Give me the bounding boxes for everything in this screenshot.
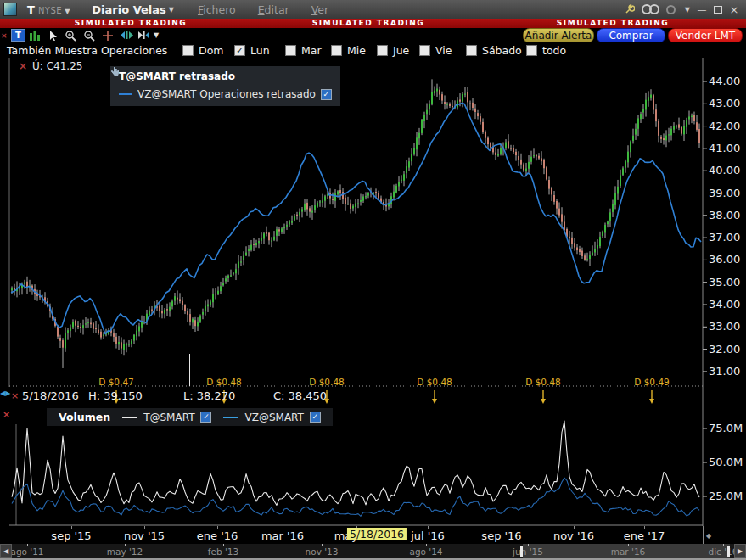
price-pane: ×Ú: C41.25 T@SMART retrasado VZ@SMART Op… bbox=[0, 58, 746, 406]
volume-pane-close-icon[interactable]: × bbox=[3, 409, 10, 420]
banner-text: SIMULATED TRADING bbox=[557, 19, 669, 28]
x-axis-label: mar '16 bbox=[261, 529, 304, 542]
day-checkbox-jue[interactable]: Jue bbox=[377, 44, 409, 57]
volume-series-t: T@SMART ✓ bbox=[122, 412, 211, 423]
symbol-tool-icon[interactable]: T bbox=[11, 29, 25, 42]
zoom-out-icon[interactable] bbox=[83, 29, 95, 42]
symbol-menu[interactable]: T NYSE ▼ bbox=[27, 3, 70, 16]
price-tick-label: 36.00 bbox=[709, 253, 740, 266]
dividend-label: D $0.48 bbox=[417, 377, 452, 387]
hand-cursor-icon[interactable] bbox=[110, 66, 120, 76]
day-checkbox-sábado[interactable]: Sábado bbox=[466, 44, 522, 57]
checkbox-icon[interactable] bbox=[182, 45, 194, 56]
x-axis-label: jul '16 bbox=[411, 529, 445, 542]
timeline-scroll-right-button[interactable]: ▶ bbox=[734, 544, 746, 558]
price-tick-label: 40.00 bbox=[709, 164, 740, 176]
chart-type-menu[interactable]: Diario Velas ▼ bbox=[92, 3, 174, 16]
menu-editar[interactable]: Editar bbox=[258, 3, 289, 16]
t-volume-swatch bbox=[122, 417, 137, 418]
day-checkbox-mar[interactable]: Mar bbox=[285, 44, 322, 57]
t-volume-checkbox[interactable]: ✓ bbox=[200, 412, 211, 423]
wrench-icon[interactable] bbox=[625, 4, 635, 14]
symbol-label: T bbox=[27, 3, 35, 16]
chevron-down-icon: ▼ bbox=[65, 8, 70, 15]
menu-fichero[interactable]: Fichero bbox=[198, 3, 236, 16]
volume-legend: Volumen T@SMART ✓ VZ@SMART ✓ bbox=[47, 408, 333, 426]
pin-icon[interactable] bbox=[666, 5, 676, 14]
close-pane-icon[interactable]: × bbox=[1, 29, 8, 42]
dividend-label: D $0.49 bbox=[634, 377, 669, 387]
dividend-label: D $0.47 bbox=[98, 377, 133, 387]
checkbox-icon[interactable] bbox=[285, 45, 296, 56]
day-checkbox-todo[interactable]: todo bbox=[526, 44, 566, 57]
menu-ver[interactable]: Ver bbox=[311, 3, 328, 16]
vz-volume-checkbox[interactable]: ✓ bbox=[310, 412, 321, 423]
status-close-icon[interactable]: × bbox=[11, 390, 19, 401]
timeline-handle-left[interactable] bbox=[520, 546, 523, 557]
axis-scroll-icon[interactable]: ◆ bbox=[706, 532, 711, 540]
checkbox-icon[interactable]: ✓ bbox=[234, 45, 245, 56]
checkbox-icon[interactable] bbox=[331, 45, 342, 56]
x-axis-label: sep '16 bbox=[481, 529, 521, 542]
timeline-handle-right[interactable] bbox=[727, 546, 730, 557]
day-checkbox-lun[interactable]: ✓Lun bbox=[234, 44, 270, 57]
price-tick-label: 32.00 bbox=[709, 343, 740, 356]
chevron-down-icon: ▼ bbox=[169, 6, 174, 14]
collapse-arrows-icon[interactable] bbox=[137, 29, 150, 42]
x-axis-label: sep '15 bbox=[51, 529, 91, 542]
buy-lmt-button[interactable]: Comprar LMT bbox=[597, 28, 665, 43]
toolbar-dropdown-icon[interactable]: ▼ bbox=[154, 29, 159, 42]
timeline-scroll-left-button[interactable]: ◀ bbox=[0, 544, 12, 558]
simulated-trading-banner: SIMULATED TRADING SIMULATED TRADING SIMU… bbox=[0, 19, 746, 28]
exchange-label: NYSE bbox=[38, 6, 62, 15]
volume-tick-label: 25.0M bbox=[709, 490, 743, 502]
status-bar: × 5/18/2016 H: 39.150 L: 38.270 C: 38.45… bbox=[0, 388, 746, 406]
day-checkbox-vie[interactable]: Vie bbox=[419, 44, 452, 57]
checkbox-icon[interactable] bbox=[377, 45, 388, 56]
titlebar-controls: ▼ — × bbox=[625, 3, 739, 16]
price-tick-label: 34.00 bbox=[709, 298, 740, 311]
app-icon bbox=[3, 3, 17, 16]
timeline-label: may '12 bbox=[107, 546, 143, 557]
crosshair-icon[interactable] bbox=[102, 29, 114, 42]
cursor-tool-icon[interactable] bbox=[48, 29, 59, 42]
day-checkbox-dom[interactable]: Dom bbox=[182, 44, 223, 57]
checkbox-icon[interactable] bbox=[419, 45, 430, 56]
x-axis-label: ene '17 bbox=[624, 529, 665, 542]
dividend-label: D $0.48 bbox=[206, 377, 241, 387]
vz-visibility-checkbox[interactable]: ✓ bbox=[321, 89, 332, 100]
status-low: L: 38.270 bbox=[183, 389, 235, 402]
timeline-scrollbar[interactable]: ago '11may '12feb '13nov '13ago '14jun '… bbox=[0, 544, 746, 558]
price-chart[interactable] bbox=[0, 58, 746, 406]
status-close: C: 38.450 bbox=[273, 389, 327, 402]
day-checkbox-mie[interactable]: Mie bbox=[331, 44, 366, 57]
price-tick-label: 37.00 bbox=[709, 231, 740, 244]
pane-splitter-icon[interactable]: ◀▶ bbox=[0, 389, 12, 397]
maximize-button[interactable] bbox=[714, 6, 722, 14]
chart-style-icon[interactable] bbox=[29, 29, 41, 42]
sell-lmt-button[interactable]: Vender LMT bbox=[668, 28, 743, 43]
close-button[interactable]: × bbox=[729, 3, 739, 16]
volume-pane: Volumen T@SMART ✓ VZ@SMART ✓ 75.0M50.0M2… bbox=[0, 406, 746, 526]
legend-close-icon[interactable]: × bbox=[19, 60, 27, 72]
price-tick-label: 42.00 bbox=[709, 120, 740, 132]
banner-text: SIMULATED TRADING bbox=[75, 19, 187, 28]
filter-bar: También Muestra Operaciones Dom✓LunMarMi… bbox=[0, 42, 746, 58]
checkbox-icon[interactable] bbox=[526, 45, 537, 56]
checkbox-icon[interactable] bbox=[466, 45, 477, 56]
cursor-date-highlight: 5/18/2016 bbox=[347, 528, 407, 540]
menu-bar: FicheroEditarVer bbox=[198, 3, 328, 16]
price-tick-label: 39.00 bbox=[709, 187, 740, 199]
price-tick-label: 44.00 bbox=[709, 75, 740, 87]
price-tick-label: 31.00 bbox=[709, 365, 740, 378]
price-tick-label: 43.00 bbox=[709, 97, 740, 109]
status-high: H: 39.150 bbox=[88, 389, 143, 402]
minimize-button[interactable]: — bbox=[697, 4, 707, 15]
chart-legend: T@SMART retrasado VZ@SMART Operaciones r… bbox=[110, 66, 340, 106]
pan-arrows-icon[interactable] bbox=[120, 29, 134, 42]
zoom-in-icon[interactable] bbox=[65, 29, 76, 42]
time-axis: sep '15nov '15ene '16mar '16may '16jul '… bbox=[0, 526, 746, 544]
pin-chevron-icon[interactable]: ▼ bbox=[685, 6, 690, 14]
link-icon[interactable] bbox=[642, 4, 659, 14]
add-alert-button[interactable]: Añadir Alerta bbox=[523, 28, 594, 43]
